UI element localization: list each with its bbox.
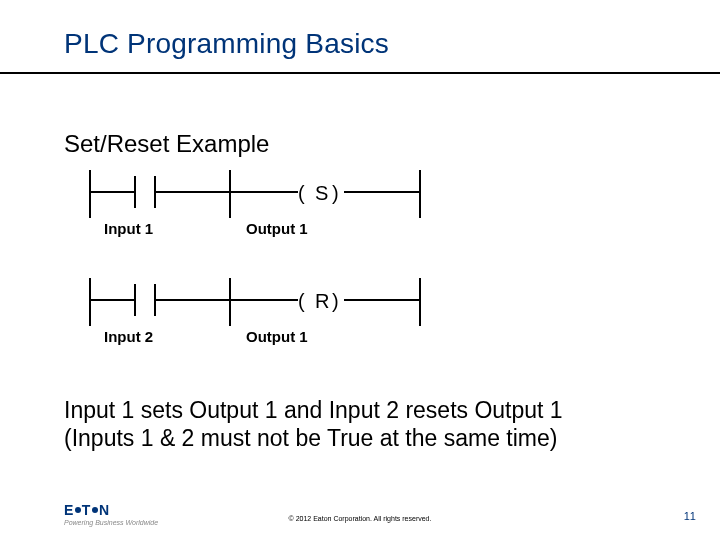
- title-wrap: PLC Programming Basics: [0, 0, 720, 66]
- logo-dot-icon: [92, 507, 98, 513]
- output-label-2: Output 1: [246, 328, 308, 345]
- input-label-1: Input 1: [104, 220, 153, 237]
- coil-open-paren-2: (: [298, 290, 305, 312]
- coil-close-paren-1: ): [332, 182, 339, 204]
- page-number: 11: [684, 510, 696, 522]
- subtitle: Set/Reset Example: [64, 130, 269, 158]
- coil-letter-2: R: [315, 290, 329, 312]
- copyright-text: © 2012 Eaton Corporation. All rights res…: [0, 515, 720, 522]
- body-line-1: Input 1 sets Output 1 and Input 2 resets…: [64, 396, 656, 424]
- page-title: PLC Programming Basics: [64, 28, 720, 60]
- ladder-svg: ( S ) Input 1 Output 1 ( R ): [80, 170, 440, 370]
- brand-logo: ETN Powering Business Worldwide: [64, 502, 158, 526]
- coil-letter-1: S: [315, 182, 328, 204]
- rung-1: ( S ) Input 1 Output 1: [90, 170, 420, 237]
- coil-open-paren-1: (: [298, 182, 305, 204]
- output-label-1: Output 1: [246, 220, 308, 237]
- body-line-2: (Inputs 1 & 2 must not be True at the sa…: [64, 424, 656, 452]
- input-label-2: Input 2: [104, 328, 153, 345]
- rung-2: ( R ) Input 2 Output 1: [90, 278, 420, 345]
- title-rule: [0, 72, 720, 74]
- coil-close-paren-2: ): [332, 290, 339, 312]
- slide: PLC Programming Basics Set/Reset Example…: [0, 0, 720, 540]
- ladder-diagram: ( S ) Input 1 Output 1 ( R ): [80, 170, 440, 370]
- body-text: Input 1 sets Output 1 and Input 2 resets…: [64, 396, 656, 452]
- logo-dot-icon: [75, 507, 81, 513]
